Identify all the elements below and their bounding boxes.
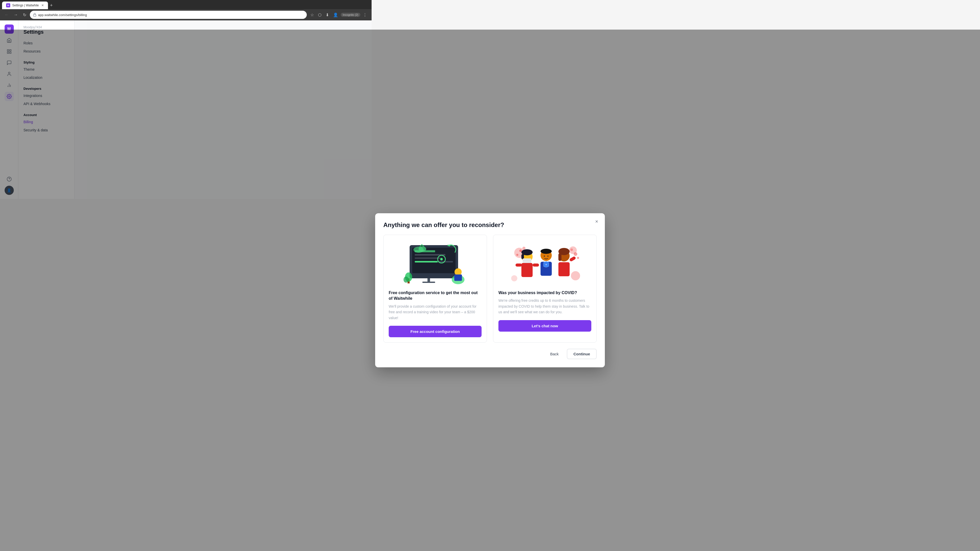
tab-favicon: M: [6, 3, 10, 7]
incognito-badge[interactable]: Incognito (2): [341, 13, 360, 17]
menu-button[interactable]: ⋮: [361, 11, 369, 18]
toolbar-actions: ☆ ⬡ ⬇ 👤 Incognito (2) ⋮: [309, 11, 369, 18]
settings-user: Moodjoy7434: [24, 25, 69, 29]
download-button[interactable]: ⬇: [324, 11, 331, 18]
address-text: app.waitwhile.com/settings/billing: [38, 13, 87, 17]
browser-toolbar: ← → ↻ app.waitwhile.com/settings/billing…: [0, 9, 372, 21]
bookmark-button[interactable]: ☆: [309, 11, 315, 18]
new-tab-button[interactable]: +: [48, 2, 55, 9]
lock-icon: [33, 13, 37, 17]
tab-title: Settings | Waitwhile: [12, 3, 39, 7]
browser-chrome: M Settings | Waitwhile ✕ + ← → ↻ app.wai…: [0, 0, 372, 21]
reload-button[interactable]: ↻: [21, 11, 28, 18]
modal-overlay: × Anything we can offer you to reconside…: [0, 30, 372, 208]
svg-rect-0: [33, 14, 36, 16]
address-bar[interactable]: app.waitwhile.com/settings/billing: [30, 11, 307, 19]
extensions-button[interactable]: ⬡: [317, 11, 323, 18]
tab-close-button[interactable]: ✕: [41, 3, 44, 7]
tab-bar: M Settings | Waitwhile ✕ +: [0, 0, 372, 9]
back-button[interactable]: ←: [3, 11, 10, 18]
active-tab[interactable]: M Settings | Waitwhile ✕: [2, 2, 48, 9]
forward-button[interactable]: →: [12, 11, 19, 18]
profile-button[interactable]: 👤: [331, 11, 340, 18]
